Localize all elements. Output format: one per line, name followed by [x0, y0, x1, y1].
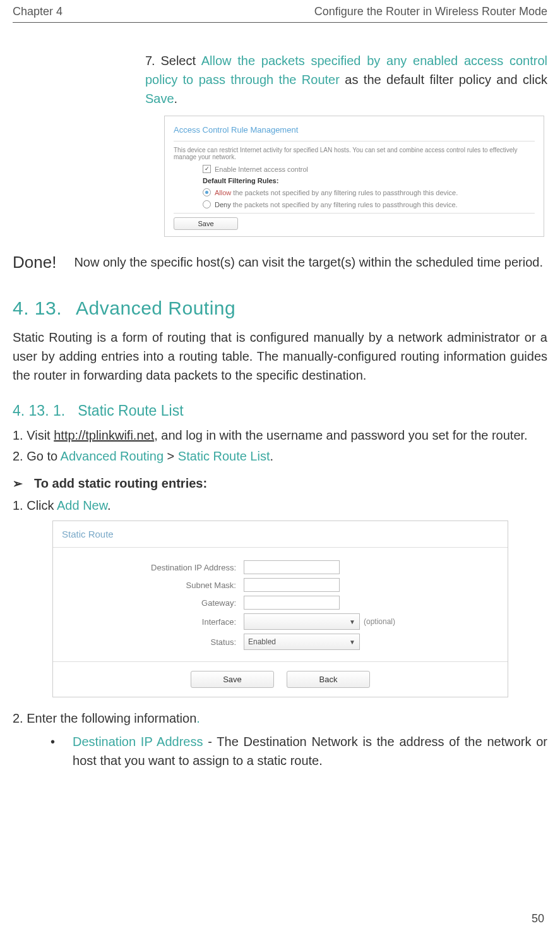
button-row: Save Back	[53, 661, 508, 697]
step-number: 7.	[145, 54, 155, 68]
intro-paragraph: Static Routing is a form of routing that…	[13, 328, 547, 385]
subnet-mask-input[interactable]	[244, 578, 340, 592]
radio-icon	[203, 200, 211, 208]
bullet-destination-ip: • Destination IP Address - The Destinati…	[51, 732, 547, 770]
static-route-figure: Static Route Destination IP Address: Sub…	[52, 521, 508, 697]
chevron-down-icon: ▼	[349, 639, 355, 646]
step-text-1: Select	[160, 54, 201, 68]
divider	[174, 213, 535, 214]
step-1-visit: 1. Visit http://tplinkwifi.net, and log …	[13, 426, 547, 445]
dest-ip-label: Destination IP Address:	[59, 563, 244, 572]
gateway-input[interactable]	[244, 596, 340, 610]
divider	[53, 547, 508, 548]
li2-pre: 2. Go to	[13, 449, 61, 463]
li1-post: , and log in with the username and passw…	[154, 428, 527, 442]
back-button[interactable]: Back	[287, 671, 370, 688]
li3-post: .	[107, 498, 111, 512]
step-2-goto: 2. Go to Advanced Routing > Static Route…	[13, 447, 547, 466]
allow-word: Allow	[215, 189, 231, 196]
checkbox-icon	[203, 165, 211, 173]
nav-advanced-routing: Advanced Routing	[61, 449, 164, 463]
bullet-term: Destination IP Address	[73, 735, 203, 749]
done-label: Done!	[13, 253, 56, 272]
status-label: Status:	[59, 637, 244, 647]
radio-selected-icon	[203, 188, 211, 196]
bullet-dash: -	[203, 735, 217, 749]
chevron-down-icon: ▼	[349, 618, 355, 625]
static-route-form: Destination IP Address: Subnet Mask: Gat…	[53, 551, 508, 661]
status-select[interactable]: Enabled▼	[244, 634, 360, 650]
step-click-add-new: 1. Click Add New.	[13, 496, 547, 515]
page-header: Chapter 4 Configure the Router in Wirele…	[13, 0, 547, 23]
deny-word: Deny	[215, 201, 231, 208]
panel-description: This device can restrict Internet activi…	[165, 144, 544, 163]
arrow-icon: ➢	[13, 476, 23, 491]
deny-text: the packets not specified by any filteri…	[231, 201, 458, 208]
done-text: Now only the specific host(s) can visit …	[74, 253, 547, 272]
heading-static-route-list: 4. 13. 1.Static Route List	[13, 402, 547, 419]
interface-label: Interface:	[59, 617, 244, 627]
step-enter-info: 2. Enter the following information.	[13, 709, 547, 728]
page-number: 50	[532, 912, 544, 925]
chapter-title: Configure the Router in Wireless Router …	[314, 5, 547, 18]
step-text-3: .	[174, 92, 178, 105]
subsection-title: Static Route List	[78, 402, 183, 419]
access-control-figure: Access Control Rule Management This devi…	[164, 116, 544, 237]
deny-radio-row[interactable]: Deny the packets not specified by any fi…	[165, 198, 544, 210]
divider	[174, 141, 535, 141]
allow-radio-row[interactable]: Allow the packets not specified by any f…	[165, 186, 544, 198]
subsection-number: 4. 13. 1.	[13, 402, 65, 419]
heading-advanced-routing: 4. 13.Advanced Routing	[13, 298, 547, 319]
save-button[interactable]: Save	[174, 217, 238, 230]
enable-label: Enable Internet access control	[215, 166, 308, 173]
nav-static-route-list: Static Route List	[178, 449, 270, 463]
li1-pre: 1. Visit	[13, 428, 54, 442]
subnet-mask-label: Subnet Mask:	[59, 581, 244, 590]
done-section: Done! Now only the specific host(s) can …	[13, 253, 547, 272]
li4-pre: 2. Enter the following information	[13, 711, 196, 725]
allow-text: the packets not specified by any filteri…	[231, 189, 458, 196]
step-7: 7. Select Allow the packets specified by…	[145, 51, 547, 108]
panel-title: Access Control Rule Management	[165, 116, 544, 138]
chapter-label: Chapter 4	[13, 5, 63, 18]
interface-select[interactable]: ▼	[244, 613, 360, 630]
rules-heading: Default Filtering Rules:	[165, 175, 544, 186]
li4-dot: .	[196, 711, 200, 725]
panel-title: Static Route	[53, 521, 508, 543]
bullet-icon: •	[51, 732, 55, 770]
to-add-text: To add static routing entries:	[34, 476, 207, 491]
section-number: 4. 13.	[13, 298, 62, 318]
optional-text: (optional)	[364, 617, 395, 626]
save-word: Save	[145, 92, 174, 105]
status-value: Enabled	[248, 637, 276, 646]
li2-post: .	[270, 449, 273, 463]
add-new-link: Add New	[57, 498, 107, 512]
section-title: Advanced Routing	[76, 298, 235, 318]
step-text-2: as the default filter policy and click	[340, 73, 547, 87]
tplink-url[interactable]: http://tplinkwifi.net	[54, 428, 154, 442]
li3-pre: 1. Click	[13, 498, 57, 512]
enable-checkbox-row[interactable]: Enable Internet access control	[165, 163, 544, 175]
li2-mid: >	[164, 449, 178, 463]
gateway-label: Gateway:	[59, 598, 244, 608]
dest-ip-input[interactable]	[244, 560, 340, 574]
save-button[interactable]: Save	[191, 671, 274, 688]
to-add-heading: ➢ To add static routing entries:	[13, 476, 547, 491]
